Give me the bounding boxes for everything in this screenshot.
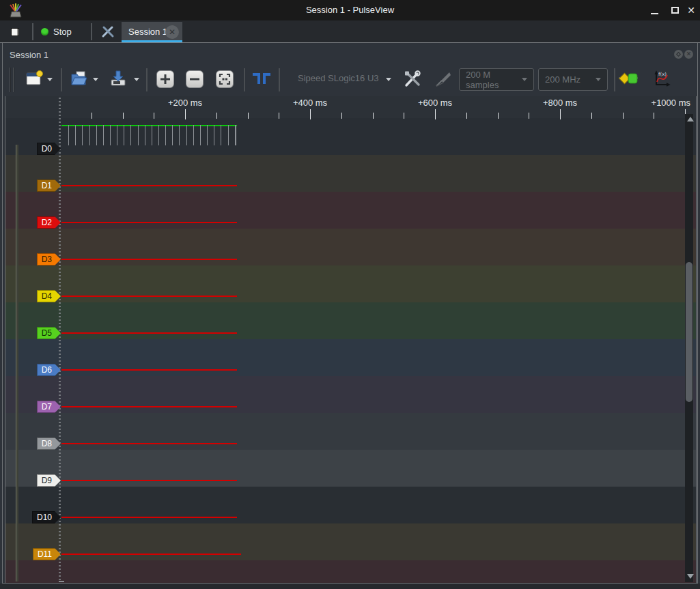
channel-label-D9[interactable]: D9 xyxy=(37,474,61,487)
signal-high-line-D0 xyxy=(61,125,237,126)
time-zero-end-mark xyxy=(59,581,64,582)
signal-edge xyxy=(68,125,69,145)
ruler-major-tick xyxy=(435,109,436,119)
channel-label-D2[interactable]: D2 xyxy=(37,216,61,229)
ruler-time-label: +400 ms xyxy=(293,98,327,108)
tab-close-icon[interactable]: ✕ xyxy=(165,25,179,39)
signal-edge xyxy=(117,125,117,145)
ruler-minor-tick xyxy=(466,113,467,119)
signal-low-line-D3 xyxy=(61,259,237,260)
stop-square-icon[interactable] xyxy=(11,28,19,36)
open-file-dropdown-icon[interactable] xyxy=(93,78,98,81)
open-file-icon[interactable] xyxy=(70,70,88,87)
minimize-icon xyxy=(651,13,658,14)
session-dock: Session 1 ✕ xyxy=(0,42,700,584)
channel-label-D10[interactable]: D10 xyxy=(32,511,61,523)
signal-edge xyxy=(158,125,159,145)
new-session-icon[interactable] xyxy=(25,70,44,87)
math-function-icon[interactable]: f(x) xyxy=(653,70,671,88)
device-selector[interactable]: Sipeed SLogic16 U3 xyxy=(298,73,379,83)
channel-label-D4[interactable]: D4 xyxy=(37,290,61,302)
signal-low-line-D1 xyxy=(61,185,237,186)
scroll-up-icon[interactable] xyxy=(687,117,694,121)
ruler-minor-tick xyxy=(216,113,217,119)
close-button[interactable]: ✕ xyxy=(685,5,697,16)
zoom-fit-button[interactable] xyxy=(216,70,234,88)
signal-low-line-D4 xyxy=(61,296,237,297)
save-file-icon[interactable] xyxy=(109,70,127,87)
minimize-button[interactable] xyxy=(649,5,661,16)
main-toolbar: Stop Session 1 ✕ xyxy=(0,20,700,42)
channel-band-D0 xyxy=(5,118,696,155)
ruler-minor-tick xyxy=(279,113,279,119)
sample-rate-select[interactable]: 200 MHz xyxy=(538,68,608,91)
trigger-settings-icon[interactable] xyxy=(252,72,271,85)
dock-float-icon[interactable] xyxy=(674,50,683,59)
new-session-dropdown-icon[interactable] xyxy=(47,78,53,81)
ruler-minor-tick xyxy=(498,113,499,119)
channel-label-D7[interactable]: D7 xyxy=(37,401,61,413)
separator xyxy=(244,68,245,91)
channel-label-D11[interactable]: D11 xyxy=(33,548,61,560)
settings-tools-icon[interactable] xyxy=(101,25,115,38)
toolbar-drag-handle[interactable] xyxy=(13,68,14,92)
save-file-dropdown-icon[interactable] xyxy=(134,78,139,81)
channel-label-holder: D4 xyxy=(5,289,61,303)
signal-edge xyxy=(152,125,152,145)
signal-edge xyxy=(89,125,90,145)
signal-edge xyxy=(228,125,229,145)
channel-label-D1[interactable]: D1 xyxy=(37,179,61,192)
ruler-time-label: +1000 ms xyxy=(652,98,690,108)
channel-band-next xyxy=(5,560,696,584)
ruler-minor-tick xyxy=(123,113,124,119)
signal-edge xyxy=(103,125,104,145)
run-stop-button[interactable]: Stop xyxy=(41,25,72,38)
channel-label-D5[interactable]: D5 xyxy=(37,327,61,339)
maximize-icon xyxy=(671,7,679,14)
minus-icon xyxy=(186,71,203,87)
ruler-time-label: +200 ms xyxy=(168,98,202,108)
ruler-major-tick xyxy=(560,109,561,119)
svg-text:f(x): f(x) xyxy=(658,72,667,77)
channel-label-holder: D6 xyxy=(5,363,61,377)
channel-label-holder: D1 xyxy=(5,179,61,192)
fit-icon xyxy=(216,71,233,87)
device-config-icon[interactable] xyxy=(403,70,422,88)
sample-count-select[interactable]: 200 M samples xyxy=(459,68,534,91)
maximize-button[interactable] xyxy=(669,5,682,16)
dock-close-icon[interactable]: ✕ xyxy=(684,50,693,59)
channel-label-D3[interactable]: D3 xyxy=(37,253,61,265)
signal-edge xyxy=(110,125,111,145)
signal-low-line-D10 xyxy=(61,517,237,518)
sample-rate-dropdown-icon xyxy=(596,78,601,81)
separator xyxy=(32,23,33,40)
run-stop-label: Stop xyxy=(53,27,72,37)
capture-toolbar: Sipeed SLogic16 U3 200 M samples 200 MHz xyxy=(0,66,700,96)
ruler-minor-tick xyxy=(373,113,374,119)
separator xyxy=(61,68,62,91)
plus-icon xyxy=(157,71,173,87)
sample-count-dropdown-icon xyxy=(522,78,527,81)
channel-label-D8[interactable]: D8 xyxy=(37,437,61,450)
zoom-out-button[interactable] xyxy=(186,70,204,88)
vertical-scrollbar-thumb[interactable] xyxy=(686,262,692,402)
channel-label-D6[interactable]: D6 xyxy=(37,364,61,376)
tab-session-1[interactable]: Session 1 ✕ xyxy=(122,22,182,42)
signal-edge xyxy=(82,125,83,145)
channel-label-holder: D9 xyxy=(5,474,61,487)
signal-end-edge xyxy=(235,125,236,145)
signal-edge xyxy=(165,125,166,145)
trace-view[interactable]: +200 ms+400 ms+600 ms+800 ms+1000 ms D0D… xyxy=(5,96,697,584)
signal-low-line-D5 xyxy=(61,332,237,334)
sample-rate-value: 200 MHz xyxy=(545,74,580,85)
ruler-time-label: +800 ms xyxy=(543,98,577,108)
ruler-minor-tick xyxy=(529,113,529,119)
channel-label-holder: D8 xyxy=(5,437,61,450)
channel-label-D0[interactable]: D0 xyxy=(37,143,61,155)
toolbar-drag-handle[interactable] xyxy=(10,68,11,92)
zoom-in-button[interactable] xyxy=(156,70,174,88)
device-dropdown-icon[interactable] xyxy=(386,78,391,81)
scroll-down-icon[interactable] xyxy=(687,574,694,579)
signal-edge xyxy=(172,125,173,145)
channels-icon[interactable] xyxy=(619,72,638,85)
